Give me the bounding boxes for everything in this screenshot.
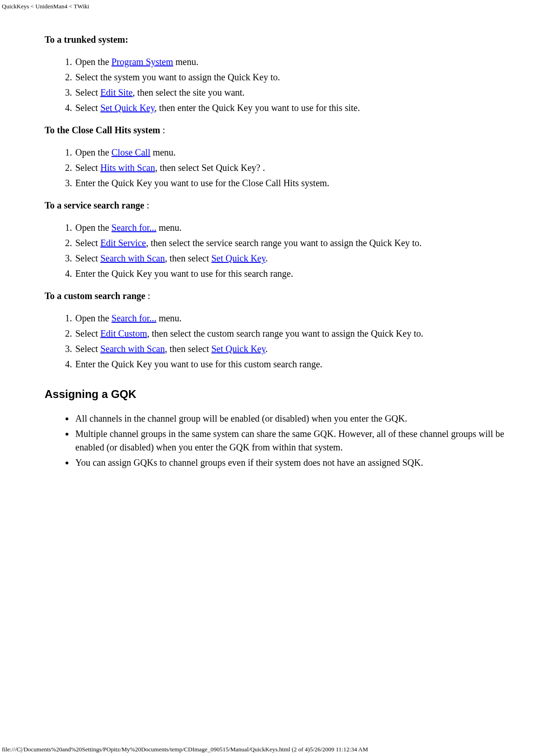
link-search-with-scan[interactable]: Search with Scan	[100, 344, 165, 354]
list-item: Select the system you want to assign the…	[74, 71, 515, 84]
section-title-closecall: To the Close Call Hits system :	[45, 125, 515, 136]
text: Select	[75, 253, 100, 263]
text: You can assign GQKs to channel groups ev…	[75, 457, 423, 468]
text: Multiple channel groups in the same syst…	[75, 429, 504, 452]
list-item: Select Hits with Scan, then select Set Q…	[74, 161, 515, 175]
text: Select	[75, 103, 100, 113]
text: Enter the Quick Key you want to use for …	[75, 178, 330, 188]
link-program-system[interactable]: Program System	[112, 57, 173, 67]
list-item: Multiple channel groups in the same syst…	[74, 427, 515, 454]
header-breadcrumb: QuickKeys < UnidenMan4 < TWiki	[0, 0, 534, 10]
text: :	[144, 200, 149, 210]
link-search-for[interactable]: Search for...	[112, 222, 157, 233]
list-item: Open the Close Call menu.	[74, 146, 515, 159]
section-title-trunked: To a trunked system:	[45, 34, 515, 45]
text: menu.	[151, 147, 176, 157]
list-item: All channels in the channel group will b…	[74, 412, 515, 425]
text: , then select Set Quick Key? .	[155, 163, 265, 173]
text: menu.	[173, 57, 198, 67]
list-custom: Open the Search for... menu. Select Edit…	[59, 312, 515, 371]
document-body: To a trunked system: Open the Program Sy…	[0, 10, 534, 469]
text: Select	[75, 87, 100, 98]
list-service: Open the Search for... menu. Select Edit…	[59, 221, 515, 280]
page: QuickKeys < UnidenMan4 < TWiki To a trun…	[0, 0, 534, 756]
link-search-for[interactable]: Search for...	[112, 313, 157, 323]
list-gqk: All channels in the channel group will b…	[59, 412, 515, 469]
text: , then select the site you want.	[132, 87, 244, 98]
text: Open the	[75, 222, 112, 233]
text: Open the	[75, 57, 112, 67]
list-trunked: Open the Program System menu. Select the…	[59, 55, 515, 115]
text: menu.	[156, 313, 181, 323]
link-edit-site[interactable]: Edit Site	[100, 87, 132, 98]
text: , then select the custom search range yo…	[147, 328, 423, 339]
text: .	[265, 253, 268, 263]
text: , then enter the Quick Key you want to u…	[154, 103, 360, 113]
text: Select	[75, 328, 100, 339]
link-search-with-scan[interactable]: Search with Scan	[100, 253, 165, 263]
text: , then select	[165, 344, 211, 354]
text: Select	[75, 344, 100, 354]
section-title-service: To a service search range :	[45, 200, 515, 211]
list-item: Open the Search for... menu.	[74, 221, 515, 235]
list-item: Select Search with Scan, then select Set…	[74, 342, 515, 356]
heading-assigning-gqk: Assigning a GQK	[45, 388, 515, 401]
list-item: Open the Program System menu.	[74, 55, 515, 69]
section-title-custom: To a custom search range :	[45, 291, 515, 301]
list-item: Open the Search for... menu.	[74, 312, 515, 325]
text: :	[145, 291, 151, 301]
text: , then select the service search range y…	[146, 238, 422, 248]
list-item: Select Search with Scan, then select Set…	[74, 252, 515, 265]
list-item: Select Edit Site, then select the site y…	[74, 86, 515, 99]
text: Enter the Quick Key you want to use for …	[75, 359, 323, 369]
link-close-call[interactable]: Close Call	[112, 147, 151, 157]
text: Select	[75, 163, 100, 173]
text: menu.	[156, 222, 181, 233]
list-closecall: Open the Close Call menu. Select Hits wi…	[59, 146, 515, 190]
text: Enter the Quick Key you want to use for …	[75, 268, 293, 279]
text: All channels in the channel group will b…	[75, 413, 407, 424]
list-item: Enter the Quick Key you want to use for …	[74, 176, 515, 190]
list-item: Select Set Quick Key, then enter the Qui…	[74, 101, 515, 115]
link-edit-service[interactable]: Edit Service	[100, 238, 146, 248]
list-item: Select Edit Service, then select the ser…	[74, 236, 515, 250]
list-item: You can assign GQKs to channel groups ev…	[74, 456, 515, 469]
list-item: Enter the Quick Key you want to use for …	[74, 358, 515, 371]
text: :	[160, 125, 165, 135]
link-set-quick-key[interactable]: Set Quick Key	[100, 103, 154, 113]
text: .	[265, 344, 268, 354]
link-hits-with-scan[interactable]: Hits with Scan	[100, 163, 155, 173]
list-item: Select Edit Custom, then select the cust…	[74, 327, 515, 340]
text: Open the	[75, 313, 112, 323]
list-item: Enter the Quick Key you want to use for …	[74, 267, 515, 280]
text: , then select	[165, 253, 211, 263]
link-edit-custom[interactable]: Edit Custom	[100, 328, 147, 339]
text: Select	[75, 238, 100, 248]
text: Select the system you want to assign the…	[75, 72, 280, 82]
text: To a custom search range	[45, 291, 145, 301]
link-set-quick-key[interactable]: Set Quick Key	[211, 253, 265, 263]
text: To the Close Call Hits system	[45, 125, 160, 135]
text: To a service search range	[45, 200, 144, 210]
text: Open the	[75, 147, 112, 157]
footer-path: file:///C|/Documents%20and%20Settings/PO…	[2, 746, 368, 753]
link-set-quick-key[interactable]: Set Quick Key	[211, 344, 265, 354]
